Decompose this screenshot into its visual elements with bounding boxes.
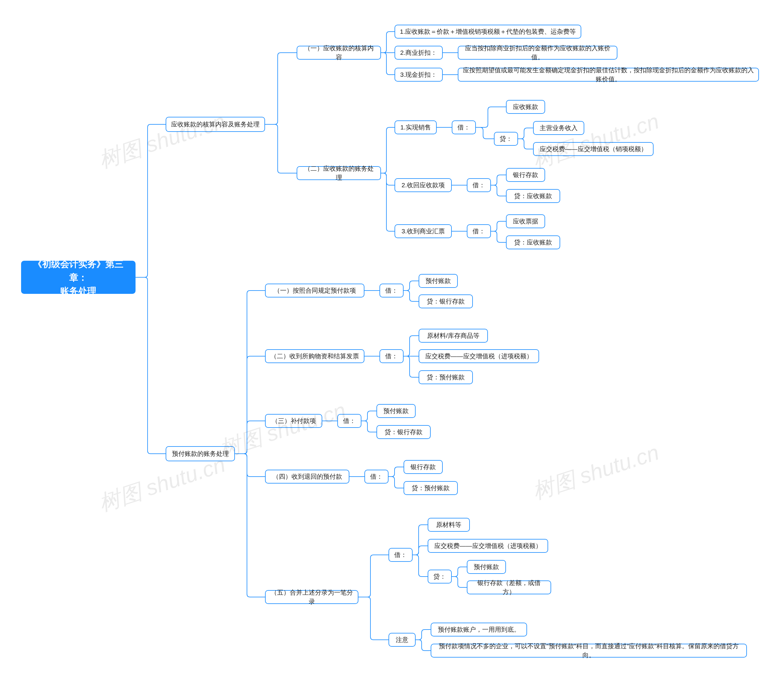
s1a-item2: 2.商业折扣： bbox=[395, 46, 443, 60]
root-line1: 《初级会计实务》第三章： bbox=[33, 259, 124, 283]
s1b-p1-cr-acct2: 应交税费——应交增值税（销项税额） bbox=[533, 142, 654, 156]
s1b-p3-cr-acct: 贷：应收账款 bbox=[506, 235, 560, 249]
s1a-item2-detail: 应当按扣除商业折扣后的金额作为应收账款的入账价值。 bbox=[458, 46, 617, 60]
s2d-dr-acct: 银行存款 bbox=[403, 460, 443, 474]
s2a-dr-acct: 预付账款 bbox=[419, 274, 458, 288]
s2e-dr-acct1: 原材料等 bbox=[428, 518, 470, 532]
s2e-cr-acct2: 银行存款（差额，或借方） bbox=[467, 580, 551, 594]
s2a-title: （一）按照合同规定预付款项 bbox=[265, 284, 364, 297]
s2e-note-detail2: 预付款项情况不多的企业，可以不设置"预付账款"科目，而直接通过"应付账款"科目核… bbox=[431, 644, 747, 658]
s2c-cr-acct: 贷：银行存款 bbox=[376, 425, 431, 439]
s1b-p1-dr: 借： bbox=[452, 120, 476, 134]
s2a-dr: 借： bbox=[379, 284, 403, 297]
s2d-dr: 借： bbox=[364, 470, 389, 484]
s1b-p3: 3.收到商业汇票 bbox=[395, 224, 452, 238]
s2c-dr: 借： bbox=[337, 414, 361, 428]
s1b-p2-dr: 借： bbox=[467, 178, 491, 192]
s2b-dr-acct2: 应交税费——应交增值税（进项税额） bbox=[419, 349, 539, 363]
s1b-p3-dr: 借： bbox=[467, 224, 491, 238]
s1b-p2-dr-acct: 银行存款 bbox=[506, 168, 545, 182]
section-prepayments: 预付账款的账务处理 bbox=[166, 446, 235, 461]
s2b-cr-acct: 贷：预付账款 bbox=[419, 370, 473, 384]
s2e-dr-acct2: 应交税费——应交增值税（进项税额） bbox=[428, 539, 548, 553]
s1b-title: （二）应收账款的账务处理 bbox=[297, 166, 381, 180]
s1a-title: （一）应收账款的核算内容 bbox=[297, 46, 381, 60]
s2a-cr-acct: 贷：银行存款 bbox=[419, 294, 473, 308]
s2d-cr-acct: 贷：预付账款 bbox=[403, 481, 458, 495]
s2d-title: （四）收到退回的预付款 bbox=[265, 470, 350, 484]
s1b-p1-dr-acct: 应收账款 bbox=[506, 100, 545, 114]
s1b-p2-cr-acct: 贷：应收账款 bbox=[506, 189, 560, 203]
s1b-p3-dr-acct: 应收票据 bbox=[506, 214, 545, 228]
s2e-note: 注意 bbox=[389, 633, 416, 647]
s2c-title: （三）补付款项 bbox=[265, 414, 322, 428]
s2b-dr-acct1: 原材料/库存商品等 bbox=[419, 329, 488, 343]
s1a-item3: 3.现金折扣： bbox=[395, 68, 443, 81]
section-accounts-receivable: 应收账款的核算内容及账务处理 bbox=[166, 117, 265, 132]
s2b-dr: 借： bbox=[379, 349, 403, 363]
s2e-note-detail1: 预付账款账户，一用用到底。 bbox=[431, 623, 527, 637]
s2e-cr: 贷： bbox=[428, 570, 452, 583]
s2e-title: （五）合并上述分录为一笔分录 bbox=[265, 590, 358, 604]
s2e-dr: 借： bbox=[389, 548, 413, 562]
root-line2: 账务处理 bbox=[60, 286, 96, 296]
s2e-cr-acct1: 预付账款 bbox=[467, 560, 506, 574]
s1a-item1: 1.应收账款＝价款＋增值税销项税额＋代垫的包装费、运杂费等 bbox=[395, 25, 581, 39]
s2c-dr-acct: 预付账款 bbox=[376, 404, 416, 418]
s1a-item3-detail: 应按照期望值或最可能发生金额确定现金折扣的最佳估计数，按扣除现金折扣后的金额作为… bbox=[458, 68, 759, 81]
s1b-p1: 1.实现销售 bbox=[395, 120, 437, 134]
s1b-p1-cr: 贷： bbox=[494, 132, 518, 146]
s2b-title: （二）收到所购物资和结算发票 bbox=[265, 349, 364, 363]
s1b-p1-cr-acct1: 主营业务收入 bbox=[533, 121, 584, 135]
s1b-p2: 2.收回应收款项 bbox=[395, 178, 452, 192]
root-node: 《初级会计实务》第三章：账务处理 bbox=[21, 261, 135, 294]
